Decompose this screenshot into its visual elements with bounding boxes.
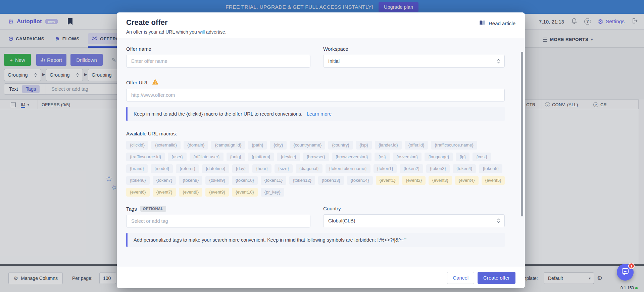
tags-label: Tags xyxy=(126,206,137,212)
macro-chip[interactable]: {hour} xyxy=(252,164,271,173)
macro-chip[interactable]: {cost} xyxy=(473,153,491,161)
macro-chip[interactable]: {event2} xyxy=(402,176,426,185)
macro-chip[interactable]: {ip} xyxy=(456,153,469,161)
macro-chip[interactable]: {token1} xyxy=(374,164,397,173)
chat-widget-button[interactable]: 1 xyxy=(617,264,634,281)
macro-chip[interactable]: {token:token name} xyxy=(326,164,370,173)
create-offer-modal: Create offer An offer is your ad URL whi… xyxy=(117,12,525,288)
macros-list: {clickid}{externalid}{domain}{campaign.i… xyxy=(126,141,514,197)
macro-chip[interactable]: {token14} xyxy=(347,176,373,185)
macro-chip[interactable]: {osversion} xyxy=(393,153,422,161)
clickid-note-text: Keep in mind to add the {clickid} macro … xyxy=(134,111,302,117)
macro-chip[interactable]: {campaign.id} xyxy=(211,141,245,150)
macro-chip[interactable]: {event9} xyxy=(205,188,229,197)
macro-chip[interactable]: {user} xyxy=(168,153,187,161)
modal-body: Offer name Workspace Initial Offer URL xyxy=(117,38,525,271)
macro-chip[interactable]: {event6} xyxy=(126,188,150,197)
macro-chip[interactable]: {domain} xyxy=(184,141,208,150)
macro-chip[interactable]: {event7} xyxy=(153,188,176,197)
modal-title: Create offer xyxy=(126,18,515,27)
macro-chip[interactable]: {externalid} xyxy=(151,141,181,150)
macro-chip[interactable]: {token13} xyxy=(318,176,344,185)
macro-chip[interactable]: {event4} xyxy=(455,176,479,185)
macro-chip[interactable]: {token2} xyxy=(400,164,423,173)
macro-chip[interactable]: {token3} xyxy=(426,164,450,173)
macro-chip[interactable]: {device} xyxy=(277,153,300,161)
updown-chevron-icon xyxy=(497,218,500,223)
read-article-label: Read article xyxy=(489,20,515,26)
macro-chip[interactable]: {affiliate.user} xyxy=(190,153,224,161)
macro-chip[interactable]: {platform} xyxy=(248,153,274,161)
macro-chip[interactable]: {model} xyxy=(151,164,173,173)
macros-title: Available URL macros: xyxy=(126,131,505,136)
macro-chip[interactable]: {event3} xyxy=(429,176,452,185)
macro-chip[interactable]: {event1} xyxy=(376,176,399,185)
macro-chip[interactable]: {token5} xyxy=(479,164,502,173)
macro-chip[interactable]: {lander.id} xyxy=(375,141,402,150)
updown-chevron-icon xyxy=(497,58,500,64)
macro-chip[interactable]: {clickid} xyxy=(126,141,148,150)
country-label: Country xyxy=(323,206,505,211)
macro-chip[interactable]: {language} xyxy=(425,153,453,161)
clickid-note: Keep in mind to add the {clickid} macro … xyxy=(126,107,505,121)
workspace-label: Workspace xyxy=(323,46,505,52)
warning-icon xyxy=(152,79,158,86)
chat-unread-badge: 1 xyxy=(628,263,635,269)
modal-scrollbar-thumb[interactable] xyxy=(521,52,523,216)
macro-chip[interactable]: {os} xyxy=(375,153,389,161)
macro-chip[interactable]: {path} xyxy=(248,141,267,150)
macro-chip[interactable]: {size} xyxy=(275,164,293,173)
modal-header: Create offer An offer is your ad URL whi… xyxy=(117,12,525,38)
macro-chip[interactable]: {token11} xyxy=(261,176,286,185)
offer-url-label-row: Offer URL xyxy=(126,79,505,86)
macro-chip[interactable]: {token6} xyxy=(126,176,150,185)
macro-chip[interactable]: {event5} xyxy=(482,176,505,185)
macro-chip[interactable]: {country} xyxy=(328,141,353,150)
create-offer-button[interactable]: Create offer xyxy=(478,272,515,284)
app-screen: FREE TRIAL. UPGRADE & GET FULL ACCESS IN… xyxy=(0,0,644,292)
macro-chip[interactable]: {token10} xyxy=(232,176,258,185)
macro-chip[interactable]: {browser} xyxy=(303,153,329,161)
macro-chip[interactable]: {offer.id} xyxy=(405,141,428,150)
macro-chip[interactable]: {token8} xyxy=(179,176,202,185)
offer-url-label: Offer URL xyxy=(126,80,149,85)
book-icon xyxy=(479,20,486,27)
macro-chip[interactable]: {trafficsource.id} xyxy=(126,153,165,161)
macro-chip[interactable]: {token12} xyxy=(289,176,315,185)
macro-chip[interactable]: {pr_key} xyxy=(261,188,284,197)
macro-chip[interactable]: {isp} xyxy=(356,141,372,150)
tags-label-row: Tags OPTIONAL xyxy=(126,206,310,212)
workspace-select[interactable]: Initial xyxy=(323,55,505,68)
macro-chip[interactable]: {referer} xyxy=(176,164,199,173)
macro-chip[interactable]: {brand} xyxy=(126,164,148,173)
cancel-button[interactable]: Cancel xyxy=(447,272,474,284)
macro-chip[interactable]: {countryname} xyxy=(290,141,325,150)
macro-chip[interactable]: {token9} xyxy=(205,176,229,185)
offer-name-input[interactable] xyxy=(126,55,310,68)
chat-bubble-icon xyxy=(621,267,629,277)
workspace-value: Initial xyxy=(328,58,340,64)
macro-chip[interactable]: {day} xyxy=(232,164,250,173)
country-select[interactable]: Global(GLB) xyxy=(323,214,505,227)
macro-chip[interactable]: {browserversion} xyxy=(332,153,372,161)
macro-chip[interactable]: {event8} xyxy=(179,188,202,197)
macro-chip[interactable]: {trafficsource.name} xyxy=(431,141,477,150)
macro-chip[interactable]: {token4} xyxy=(453,164,476,173)
tags-note: Add personalized tags to make your searc… xyxy=(126,233,505,247)
offer-url-input[interactable] xyxy=(126,89,505,101)
macro-chip[interactable]: {uniq} xyxy=(227,153,245,161)
country-value: Global(GLB) xyxy=(328,218,355,223)
macro-chip[interactable]: {token7} xyxy=(153,176,176,185)
tags-input[interactable] xyxy=(126,215,310,227)
read-article-link[interactable]: Read article xyxy=(479,20,515,27)
learn-more-link[interactable]: Learn more xyxy=(307,111,332,117)
modal-subtitle: An offer is your ad URL which you will a… xyxy=(126,29,515,35)
tags-note-text: Add personalized tags to make your searc… xyxy=(134,237,406,243)
modal-footer: Cancel Create offer xyxy=(117,267,525,288)
macro-chip[interactable]: {datetime} xyxy=(202,164,229,173)
macro-chip[interactable]: {city} xyxy=(270,141,287,150)
optional-badge: OPTIONAL xyxy=(140,206,166,212)
macro-chip[interactable]: {diagonal} xyxy=(296,164,323,173)
offer-name-label: Offer name xyxy=(126,46,310,52)
macro-chip[interactable]: {event10} xyxy=(232,188,258,197)
